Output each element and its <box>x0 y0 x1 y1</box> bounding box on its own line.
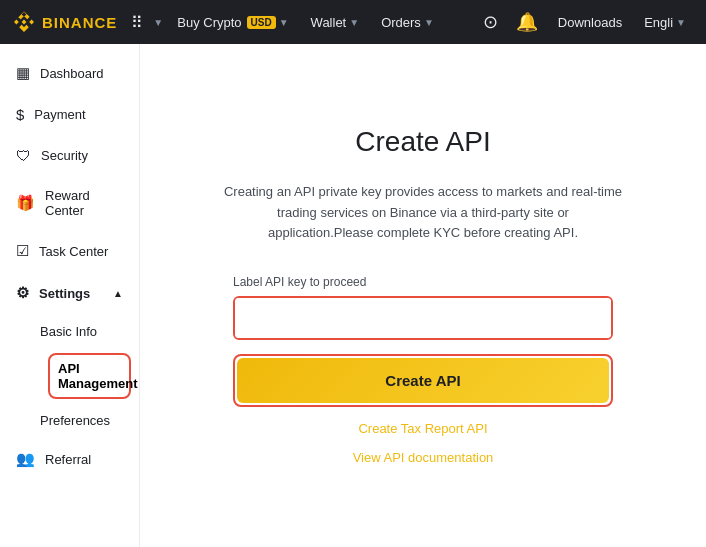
lang-chevron: ▼ <box>676 17 686 28</box>
grid-chevron: ▼ <box>153 17 163 28</box>
sidebar-item-settings[interactable]: ⚙ Settings ▲ <box>0 272 139 314</box>
create-api-form: Label API key to proceed Create API Crea… <box>233 272 613 465</box>
sidebar: ▦ Dashboard $ Payment 🛡 Security 🎁 Rewar… <box>0 44 140 547</box>
orders-menu[interactable]: Orders ▼ <box>373 15 442 30</box>
logo[interactable]: BINANCE <box>12 10 117 34</box>
create-api-button[interactable]: Create API <box>237 358 609 403</box>
sidebar-item-referral[interactable]: 👥 Referral <box>0 438 139 480</box>
referral-label: Referral <box>45 452 91 467</box>
sidebar-item-task-center[interactable]: ☑ Task Center <box>0 230 139 272</box>
settings-icon: ⚙ <box>16 284 29 302</box>
referral-icon: 👥 <box>16 450 35 468</box>
page-description: Creating an API private key provides acc… <box>223 182 623 244</box>
settings-submenu: Basic Info API Management Preferences <box>0 314 139 438</box>
task-icon: ☑ <box>16 242 29 260</box>
api-docs-link[interactable]: View API documentation <box>353 450 494 465</box>
sidebar-item-basic-info[interactable]: Basic Info <box>40 314 139 349</box>
task-center-label: Task Center <box>39 244 108 259</box>
reward-center-label: Reward Center <box>45 188 123 218</box>
sidebar-item-payment[interactable]: $ Payment <box>0 94 139 135</box>
buy-crypto-chevron: ▼ <box>279 17 289 28</box>
reward-icon: 🎁 <box>16 194 35 212</box>
payment-icon: $ <box>16 106 24 123</box>
main-content: Create API Creating an API private key p… <box>140 44 706 547</box>
currency-badge: USD <box>247 16 276 29</box>
downloads-link[interactable]: Downloads <box>550 15 630 30</box>
sidebar-item-api-management[interactable]: API Management <box>48 353 131 399</box>
top-navigation: BINANCE ⠿ ▼ Buy Crypto USD ▼ Wallet ▼ Or… <box>0 0 706 44</box>
payment-label: Payment <box>34 107 85 122</box>
logo-text: BINANCE <box>42 14 117 31</box>
api-key-input[interactable] <box>235 298 611 338</box>
page-title: Create API <box>355 126 490 158</box>
account-icon[interactable]: ⊙ <box>477 11 504 33</box>
buy-crypto-menu[interactable]: Buy Crypto USD ▼ <box>169 15 296 30</box>
security-icon: 🛡 <box>16 147 31 164</box>
input-label: Label API key to proceed <box>233 275 366 289</box>
tax-report-link[interactable]: Create Tax Report API <box>358 421 487 436</box>
settings-label: Settings <box>39 286 90 301</box>
security-label: Security <box>41 148 88 163</box>
orders-chevron: ▼ <box>424 17 434 28</box>
wallet-menu[interactable]: Wallet ▼ <box>303 15 368 30</box>
create-api-button-wrapper: Create API <box>233 354 613 407</box>
sidebar-item-dashboard[interactable]: ▦ Dashboard <box>0 52 139 94</box>
dashboard-label: Dashboard <box>40 66 104 81</box>
settings-chevron: ▲ <box>113 288 123 299</box>
dashboard-icon: ▦ <box>16 64 30 82</box>
main-layout: ▦ Dashboard $ Payment 🛡 Security 🎁 Rewar… <box>0 44 706 547</box>
bell-icon[interactable]: 🔔 <box>510 11 544 33</box>
binance-logo-icon <box>12 10 36 34</box>
grid-icon[interactable]: ⠿ <box>131 13 143 32</box>
api-key-input-wrapper <box>233 296 613 340</box>
sidebar-item-reward-center[interactable]: 🎁 Reward Center <box>0 176 139 230</box>
language-selector[interactable]: Engli ▼ <box>636 15 694 30</box>
sidebar-item-preferences[interactable]: Preferences <box>40 403 139 438</box>
wallet-chevron: ▼ <box>349 17 359 28</box>
sidebar-item-security[interactable]: 🛡 Security <box>0 135 139 176</box>
